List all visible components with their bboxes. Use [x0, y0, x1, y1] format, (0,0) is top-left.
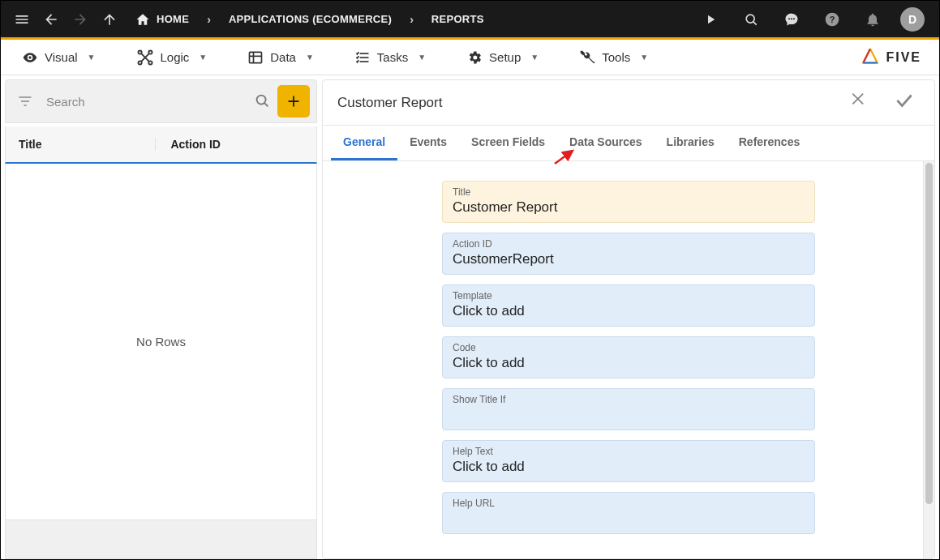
field-show-title-if-value [453, 407, 805, 423]
search-input[interactable] [45, 90, 245, 113]
svg-text:?: ? [830, 15, 835, 24]
tab-general[interactable]: General [331, 126, 397, 160]
breadcrumb-applications-label: APPLICATIONS (ECOMMERCE) [229, 13, 392, 25]
field-show-title-if-label: Show Title If [453, 394, 805, 405]
filter-icon[interactable] [12, 88, 38, 114]
detail-title: Customer Report [337, 95, 442, 111]
forward-icon [67, 6, 93, 32]
help-icon[interactable]: ? [819, 6, 845, 32]
field-title[interactable]: Title Customer Report [442, 181, 815, 223]
svg-point-17 [257, 95, 266, 104]
menu-setup[interactable]: Setup ▼ [455, 49, 550, 66]
brand-logo: FIVE [860, 47, 929, 68]
field-action-id-value: CustomerReport [453, 251, 805, 267]
menu-visual[interactable]: Visual ▼ [11, 49, 107, 66]
field-action-id[interactable]: Action ID CustomerReport [442, 233, 815, 275]
tab-events[interactable]: Events [397, 126, 459, 160]
chevron-down-icon: ▼ [530, 53, 539, 62]
avatar[interactable]: D [900, 7, 925, 32]
hamburger-icon[interactable] [9, 6, 35, 32]
tab-data-sources[interactable]: Data Sources [557, 126, 654, 160]
bell-icon[interactable] [860, 6, 886, 32]
field-code-label: Code [453, 342, 805, 353]
svg-point-10 [148, 61, 152, 64]
chevron-down-icon: ▼ [306, 53, 314, 62]
search-icon[interactable] [253, 92, 271, 112]
svg-line-18 [264, 103, 268, 106]
tab-references[interactable]: References [727, 126, 813, 160]
field-template-value: Click to add [453, 303, 805, 319]
chevron-down-icon: ▼ [640, 53, 648, 62]
menu-tasks[interactable]: Tasks ▼ [343, 49, 437, 66]
detail-panel: Customer Report General Events Screen Fi… [322, 79, 935, 559]
field-template[interactable]: Template Click to add [442, 284, 815, 327]
menu-logic-label: Logic [161, 50, 190, 64]
close-icon[interactable] [845, 85, 873, 120]
topbar: HOME › APPLICATIONS (ECOMMERCE) › REPORT… [1, 1, 939, 40]
field-template-label: Template [453, 290, 805, 301]
menu-data[interactable]: Data ▼ [236, 49, 325, 66]
brand-text: FIVE [886, 50, 921, 65]
menu-tools[interactable]: Tools ▼ [568, 49, 659, 66]
chat-icon[interactable] [779, 6, 805, 32]
svg-rect-11 [250, 52, 262, 62]
svg-point-7 [138, 50, 141, 53]
up-icon[interactable] [97, 6, 122, 32]
menu-tasks-label: Tasks [377, 50, 408, 64]
tab-libraries[interactable]: Libraries [655, 126, 727, 160]
menu-tools-label: Tools [602, 50, 630, 64]
svg-point-2 [788, 18, 790, 19]
field-help-text-value: Click to add [453, 459, 805, 475]
svg-point-3 [791, 18, 792, 19]
svg-point-8 [148, 50, 152, 53]
svg-point-4 [793, 18, 795, 19]
field-show-title-if[interactable]: Show Title If [442, 388, 815, 430]
add-button[interactable] [277, 85, 310, 118]
rows-empty-text: No Rows [136, 335, 186, 348]
chevron-right-icon: › [202, 13, 216, 26]
chevron-right-icon: › [405, 13, 418, 26]
svg-point-0 [746, 15, 754, 23]
list-panel: Title Action ID No Rows [5, 79, 317, 559]
field-code-value: Click to add [453, 355, 805, 371]
column-action-id[interactable]: Action ID [155, 138, 303, 151]
field-help-url-label: Help URL [453, 498, 805, 509]
back-icon[interactable] [38, 6, 64, 32]
breadcrumb-home-label: HOME [157, 13, 189, 25]
form-scroll: Title Customer Report Action ID Customer… [323, 161, 934, 558]
list-footer [5, 520, 317, 559]
check-icon[interactable] [889, 85, 920, 120]
svg-line-1 [753, 21, 757, 24]
scrollbar[interactable] [923, 161, 934, 558]
tab-screen-fields[interactable]: Screen Fields [459, 126, 557, 160]
menu-setup-label: Setup [489, 50, 521, 64]
scrollbar-thumb[interactable] [925, 163, 933, 504]
play-icon[interactable] [697, 6, 723, 32]
menu-data-label: Data [270, 50, 296, 64]
breadcrumb-reports-label: REPORTS [431, 13, 484, 25]
field-action-id-label: Action ID [453, 238, 805, 250]
logo-icon [860, 47, 881, 68]
detail-header: Customer Report [323, 80, 934, 126]
field-code[interactable]: Code Click to add [442, 336, 815, 378]
search-row [5, 79, 317, 123]
svg-point-9 [138, 61, 141, 64]
field-title-value: Customer Report [453, 199, 805, 216]
menubar: Visual ▼ Logic ▼ Data ▼ Tasks ▼ Setup ▼ … [1, 40, 939, 75]
menu-visual-label: Visual [45, 50, 78, 64]
field-title-label: Title [453, 186, 805, 198]
chevron-down-icon: ▼ [88, 53, 96, 62]
tabs-row: General Events Screen Fields Data Source… [323, 126, 934, 161]
breadcrumb-home[interactable]: HOME [126, 12, 199, 27]
breadcrumb-reports[interactable]: REPORTS [422, 13, 494, 25]
menu-logic[interactable]: Logic ▼ [125, 49, 219, 66]
breadcrumb-applications[interactable]: APPLICATIONS (ECOMMERCE) [219, 13, 401, 25]
field-help-url[interactable]: Help URL [442, 492, 815, 534]
field-help-text-label: Help Text [453, 446, 805, 457]
rows-empty: No Rows [5, 164, 317, 520]
field-help-url-value [453, 511, 805, 527]
column-title[interactable]: Title [19, 138, 155, 151]
chevron-down-icon: ▼ [199, 53, 207, 62]
field-help-text[interactable]: Help Text Click to add [442, 440, 815, 482]
search-global-icon[interactable] [738, 6, 764, 32]
